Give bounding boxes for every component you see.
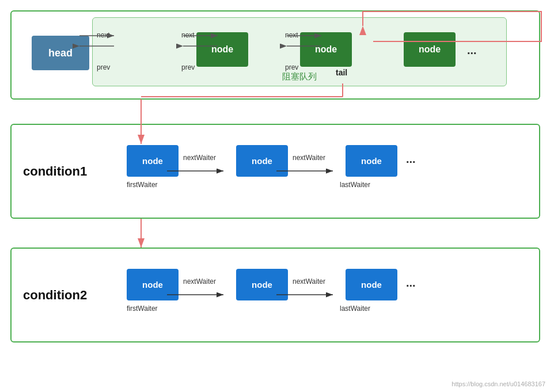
condition1-dots: ... <box>406 153 416 166</box>
condition1-box: condition1 node node node firstWaiter la… <box>10 124 540 219</box>
queue-dots: ... <box>467 44 477 57</box>
watermark: https://blog.csdn.net/u014683167 <box>451 380 545 387</box>
head-label: head <box>48 47 73 59</box>
arrow-prev-1: prev <box>97 63 110 71</box>
condition2-box: condition2 node node node firstWaiter la… <box>10 248 540 342</box>
arrow-next-3: next <box>285 31 298 39</box>
queue-label: 阻塞队列 <box>282 71 317 82</box>
condition1-nextwaiter-1: nextWaiter <box>183 154 216 162</box>
condition2-dots: ... <box>406 276 416 290</box>
condition2-node3: node <box>346 269 397 300</box>
condition1-nextwaiter-2: nextWaiter <box>293 154 325 162</box>
condition1-first-waiter: firstWaiter <box>127 181 158 189</box>
condition1-label: condition1 <box>23 164 87 179</box>
arrow-next-2: next <box>181 31 195 39</box>
condition2-node1: node <box>127 269 179 300</box>
condition2-nextwaiter-1: nextWaiter <box>183 277 216 286</box>
queue-node-2: node <box>300 32 352 67</box>
condition2-last-waiter: lastWaiter <box>340 305 370 313</box>
arrow-next-1: next <box>97 31 110 39</box>
queue-node-1: node <box>196 32 248 67</box>
condition1-last-waiter: lastWaiter <box>340 181 370 189</box>
queue-node-3: node <box>404 32 456 67</box>
condition2-first-waiter: firstWaiter <box>127 305 158 313</box>
arrow-prev-2: prev <box>181 63 195 71</box>
blocking-queue-outer: head node node node ... 阻塞队列 tail next p… <box>10 10 540 100</box>
condition2-node2: node <box>236 269 288 300</box>
condition1-node1: node <box>127 145 179 177</box>
condition1-node2: node <box>236 145 288 177</box>
head-box: head <box>32 36 89 70</box>
diagram-container: head node node node ... 阻塞队列 tail next p… <box>0 0 554 392</box>
tail-label: tail <box>336 68 347 77</box>
condition2-nextwaiter-2: nextWaiter <box>293 277 325 286</box>
condition2-label: condition2 <box>23 288 87 303</box>
condition1-node3: node <box>346 145 397 177</box>
queue-node-2-label: node <box>315 44 337 55</box>
queue-node-3-label: node <box>419 44 441 55</box>
blocking-queue-inner: node node node ... 阻塞队列 <box>92 17 507 86</box>
arrow-prev-3: prev <box>285 63 298 71</box>
queue-node-1-label: node <box>211 44 233 55</box>
